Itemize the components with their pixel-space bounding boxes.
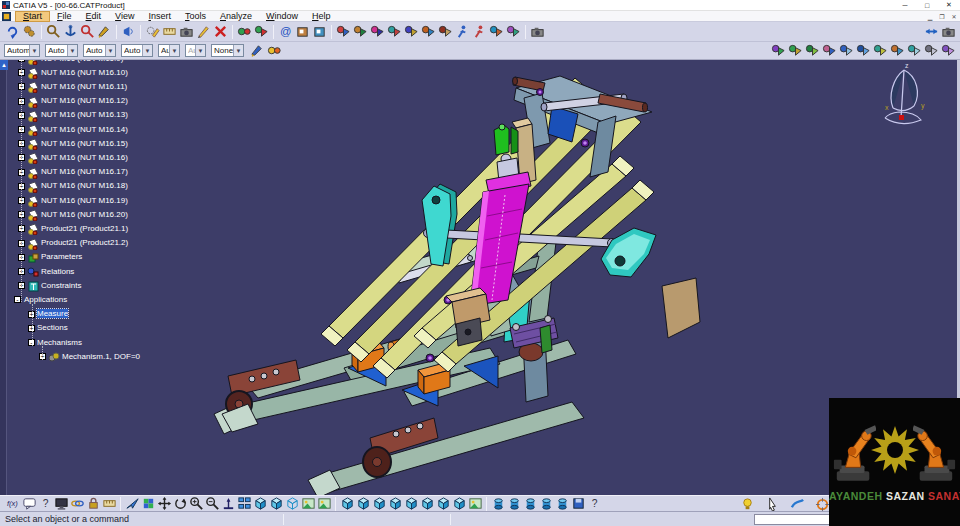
trace-icon[interactable] [437, 23, 454, 40]
fly-mode-icon[interactable] [120, 23, 137, 40]
mass-properties-icon[interactable] [178, 23, 195, 40]
distance-icon[interactable] [403, 23, 420, 40]
select-cursor-icon[interactable] [764, 496, 780, 512]
tree-item-label[interactable]: NUT M16 (NUT M16.20) [41, 210, 128, 219]
graphic-properties-dropdown-2[interactable]: Auto▼ [45, 44, 78, 57]
zoom-in-icon[interactable] [188, 496, 204, 512]
chevron-down-icon[interactable]: ▼ [67, 45, 77, 56]
help-tiny-icon[interactable]: ? [37, 496, 53, 512]
tree-item-label[interactable]: NUT M16 (NUT M16.11) [41, 82, 127, 91]
minimize-button[interactable]: ─ [894, 0, 916, 10]
turntable-icon[interactable] [488, 23, 505, 40]
mdi-minimize-button[interactable]: ▁ [924, 13, 936, 20]
maximize-button[interactable]: □ [916, 0, 938, 10]
tree-item-label[interactable]: Relations [41, 267, 74, 276]
link-icon[interactable] [69, 496, 85, 512]
component-box-icon[interactable] [294, 23, 311, 40]
replay-icon[interactable] [352, 23, 369, 40]
catalog-blue-4-icon[interactable] [538, 496, 554, 512]
swept-volume-icon[interactable] [420, 23, 437, 40]
formula-icon[interactable] [253, 23, 270, 40]
walk-icon[interactable] [454, 23, 471, 40]
tree-item-label[interactable]: Mechanism.1, DOF=0 [62, 352, 140, 361]
view-left-icon[interactable] [371, 496, 387, 512]
chevron-down-icon[interactable]: ▼ [142, 45, 152, 56]
rotate-icon[interactable] [172, 496, 188, 512]
mdi-close-button[interactable]: ✕ [948, 13, 960, 20]
catalog-blue-icon[interactable] [490, 496, 506, 512]
wizard-icon[interactable] [266, 42, 283, 59]
menu-start[interactable]: Start [15, 11, 50, 22]
graphic-properties-dropdown-1[interactable]: Autom...▼ [4, 44, 40, 57]
view-iso-icon[interactable] [435, 496, 451, 512]
chevron-down-icon[interactable]: ▼ [169, 45, 179, 56]
paste-gears-icon[interactable] [21, 23, 38, 40]
zoom-out-icon[interactable] [204, 496, 220, 512]
graphic-properties-dropdown-6[interactable]: Aut▼ [185, 44, 206, 57]
swoosh-icon[interactable] [789, 496, 805, 512]
menu-view[interactable]: View [108, 11, 141, 22]
menu-window[interactable]: Window [259, 11, 305, 22]
butterfly-icon[interactable] [821, 42, 838, 59]
menu-insert[interactable]: Insert [141, 11, 178, 22]
normal-view-icon[interactable] [220, 496, 236, 512]
menu-analyze[interactable]: Analyze [213, 11, 259, 22]
animation-icon[interactable] [505, 23, 522, 40]
graphic-properties-dropdown-4[interactable]: Auto▼ [121, 44, 153, 57]
graphic-properties-dropdown-3[interactable]: Auto▼ [83, 44, 116, 57]
sectioning-icon[interactable] [872, 42, 889, 59]
chevron-down-icon[interactable]: ▼ [233, 45, 243, 56]
render-style-icon[interactable] [300, 496, 316, 512]
tree-item-label[interactable]: Mechanisms [37, 338, 82, 347]
shaded-view-icon[interactable] [268, 496, 284, 512]
tree-item-label[interactable]: Measure [37, 309, 68, 318]
target-icon[interactable] [814, 496, 830, 512]
move-anchor-icon[interactable] [62, 23, 79, 40]
view-bottom-icon[interactable] [419, 496, 435, 512]
menu-help[interactable]: Help [305, 11, 338, 22]
fly-through-icon[interactable] [471, 23, 488, 40]
render-style-2-icon[interactable] [316, 496, 332, 512]
tree-item-label[interactable]: Parameters [41, 252, 82, 261]
tree-scroll-up-icon[interactable]: ▲ [0, 60, 8, 70]
viewport-3d[interactable]: z x y ▲ +NUT M16 (NUT M16.9)+NUT M16 (NU… [0, 60, 960, 495]
image-capture-icon[interactable] [467, 496, 483, 512]
tree-item-label[interactable]: NUT M16 (NUT M16.9) [41, 60, 123, 63]
close-button[interactable]: ✕ [938, 0, 960, 10]
tree-item-label[interactable]: Sections [37, 323, 68, 332]
paint-watch-icon[interactable] [96, 23, 113, 40]
fitting-icon[interactable] [804, 42, 821, 59]
update-icon[interactable] [4, 23, 21, 40]
catalog-at-icon[interactable]: @ [277, 23, 294, 40]
camera-icon[interactable] [529, 23, 546, 40]
measure-3d-icon[interactable] [906, 42, 923, 59]
view-compass[interactable]: z x y [873, 62, 935, 128]
fx-icon[interactable]: f(x) [5, 496, 21, 512]
catalog-blue-5-icon[interactable] [554, 496, 570, 512]
search-red-icon[interactable] [79, 23, 96, 40]
export-box-icon[interactable] [311, 23, 328, 40]
measure-small-icon[interactable] [101, 496, 117, 512]
multi-view-icon[interactable] [236, 496, 252, 512]
chat-icon[interactable] [21, 496, 37, 512]
menu-file[interactable]: File [50, 11, 79, 22]
screen-icon[interactable] [53, 496, 69, 512]
fit-all-icon[interactable] [140, 496, 156, 512]
wireframe-view-icon[interactable] [284, 496, 300, 512]
tree-item-label[interactable]: NUT M16 (NUT M16.18) [41, 181, 128, 190]
delete-red-icon[interactable] [212, 23, 229, 40]
measure-item-icon[interactable] [161, 23, 178, 40]
catalog-blue-3-icon[interactable] [522, 496, 538, 512]
fit-page-icon[interactable] [923, 23, 940, 40]
view-front-icon[interactable] [339, 496, 355, 512]
dmu-space-icon[interactable] [855, 42, 872, 59]
annotation-icon[interactable] [195, 23, 212, 40]
chevron-down-icon[interactable]: ▼ [105, 45, 115, 56]
catalog-blue-2-icon[interactable] [506, 496, 522, 512]
help-icon[interactable]: ? [586, 496, 602, 512]
measure-between-icon[interactable] [144, 23, 161, 40]
tree-item-label[interactable]: NUT M16 (NUT M16.19) [41, 196, 128, 205]
mechanism-dressup-icon[interactable] [787, 42, 804, 59]
tree-item-label[interactable]: NUT M16 (NUT M16.16) [41, 153, 128, 162]
tree-item-label[interactable]: NUT M16 (NUT M16.13) [41, 110, 128, 119]
